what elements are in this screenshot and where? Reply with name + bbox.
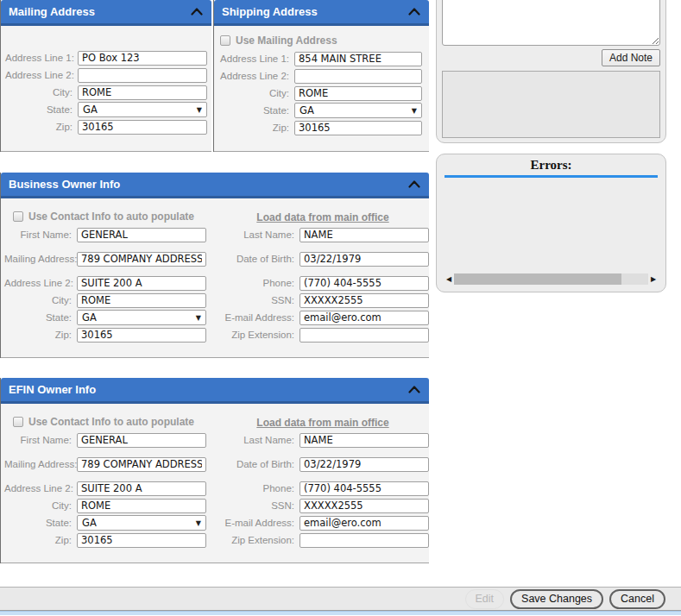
load-data-link[interactable]: Load data from main office xyxy=(256,211,388,223)
field-row: Phone: xyxy=(217,274,429,292)
city-input[interactable] xyxy=(77,293,206,308)
field-row: State:GA▼ xyxy=(4,309,217,326)
efin-owner-header[interactable]: EFIN Owner Info xyxy=(1,378,429,404)
zip-extension-input[interactable] xyxy=(300,533,429,548)
field-row: SSN: xyxy=(217,497,429,514)
selected-value: GA xyxy=(82,517,97,529)
e-mail-address-label: E-mail Address: xyxy=(217,312,300,323)
cancel-button[interactable]: Cancel xyxy=(609,589,665,609)
field-row: First Name: xyxy=(4,431,217,449)
city-label: City: xyxy=(4,500,77,511)
zip-extension-label: Zip Extension: xyxy=(217,535,300,545)
state-select[interactable]: GA▼ xyxy=(77,310,206,325)
field-row: Address Line 1: xyxy=(5,49,211,66)
shipping-address-section: Shipping Address Use Mailing Address Add… xyxy=(213,0,429,152)
scrollbar-thumb[interactable] xyxy=(454,273,621,285)
address-line-1-label: Address Line 1: xyxy=(217,53,294,64)
phone-input[interactable] xyxy=(300,481,429,496)
errors-title: Errors: xyxy=(437,154,665,173)
shipping-address-fields: Address Line 1:Address Line 2:City:State… xyxy=(217,50,429,136)
business-owner-right-column: Last Name:Date of Birth:Phone:SSN:E-mail… xyxy=(217,226,429,343)
phone-input[interactable] xyxy=(300,276,429,291)
field-row: Address Line 2: xyxy=(5,66,211,84)
efin-owner-section: EFIN Owner Info Use Contact Info to auto… xyxy=(0,378,429,563)
address-line-2-input[interactable] xyxy=(77,276,206,291)
errors-panel: Errors: ◀ ▶ xyxy=(436,154,666,292)
use-contact-info-checkbox[interactable] xyxy=(13,211,23,222)
collapse-chevron-icon[interactable] xyxy=(191,8,203,16)
date-of-birth-label: Date of Birth: xyxy=(217,254,300,264)
date-of-birth-input[interactable] xyxy=(300,457,429,472)
mailing-address-section: Mailing Address Address Line 1:Address L… xyxy=(0,0,211,152)
errors-divider xyxy=(445,175,658,178)
address-line-2-input[interactable] xyxy=(77,481,206,496)
section-title: EFIN Owner Info xyxy=(9,383,96,396)
add-note-button[interactable]: Add Note xyxy=(602,49,660,66)
address-line-2-input[interactable] xyxy=(294,69,422,84)
address-line-1-input[interactable] xyxy=(78,51,207,66)
last-name-input[interactable] xyxy=(300,433,429,448)
mailing-address-header[interactable]: Mailing Address xyxy=(1,0,211,26)
edit-button[interactable]: Edit xyxy=(465,589,505,609)
section-title: Business Owner Info xyxy=(9,178,120,191)
use-contact-info-checkbox[interactable] xyxy=(13,417,23,427)
zip-label: Zip: xyxy=(4,330,77,340)
note-textarea[interactable] xyxy=(442,0,660,46)
scroll-right-arrow-icon[interactable]: ▶ xyxy=(648,275,659,283)
city-input[interactable] xyxy=(78,85,207,100)
save-changes-button[interactable]: Save Changes xyxy=(510,589,603,609)
selected-value: GA xyxy=(300,104,314,116)
shipping-address-header[interactable]: Shipping Address xyxy=(214,0,429,26)
selected-value: GA xyxy=(82,311,97,324)
e-mail-address-input[interactable] xyxy=(300,516,429,531)
zip-input[interactable] xyxy=(294,121,422,135)
use-mailing-address-checkbox[interactable] xyxy=(220,35,230,46)
zip-extension-input[interactable] xyxy=(300,328,429,343)
collapse-chevron-icon[interactable] xyxy=(408,8,420,16)
errors-horizontal-scrollbar[interactable]: ◀ ▶ xyxy=(444,273,659,286)
date-of-birth-input[interactable] xyxy=(300,252,429,267)
scrollbar-track[interactable] xyxy=(454,273,648,285)
zip-input[interactable] xyxy=(78,120,207,135)
dropdown-arrow-icon: ▼ xyxy=(196,314,201,322)
field-row: Date of Birth: xyxy=(217,250,429,267)
collapse-chevron-icon[interactable] xyxy=(408,386,420,393)
first-name-input[interactable] xyxy=(77,228,206,242)
ssn-input[interactable] xyxy=(300,293,429,308)
ssn-input[interactable] xyxy=(300,499,429,513)
last-name-input[interactable] xyxy=(300,228,429,242)
state-select[interactable]: GA▼ xyxy=(78,102,207,117)
footer-highlight-strip xyxy=(0,611,681,615)
field-row: Zip: xyxy=(5,118,211,135)
phone-label: Phone: xyxy=(217,483,300,493)
field-row: Zip Extension: xyxy=(217,326,429,343)
use-contact-info-label: Use Contact Info to auto populate xyxy=(28,416,194,428)
scroll-left-arrow-icon[interactable]: ◀ xyxy=(444,275,454,283)
zip-input[interactable] xyxy=(77,533,206,548)
load-data-link[interactable]: Load data from main office xyxy=(256,417,388,429)
mailing-address-input[interactable] xyxy=(77,457,206,472)
address-line-2-label: Address Line 2: xyxy=(4,483,77,493)
last-name-label: Last Name: xyxy=(217,435,300,445)
city-input[interactable] xyxy=(294,86,422,101)
address-line-1-input[interactable] xyxy=(294,52,422,66)
state-select[interactable]: GA▼ xyxy=(77,515,206,531)
mailing-address-input[interactable] xyxy=(77,252,206,267)
section-title: Mailing Address xyxy=(9,5,95,18)
first-name-input[interactable] xyxy=(77,433,206,448)
use-mailing-address-row: Use Mailing Address xyxy=(217,33,429,48)
efin-owner-left-column: First Name:Mailing Address:Address Line … xyxy=(4,431,217,549)
phone-label: Phone: xyxy=(217,278,300,288)
zip-input[interactable] xyxy=(77,328,206,343)
state-select[interactable]: GA▼ xyxy=(294,103,422,118)
address-line-2-input[interactable] xyxy=(78,68,207,83)
field-row: Zip Extension: xyxy=(217,531,429,549)
city-label: City: xyxy=(5,87,78,97)
city-input[interactable] xyxy=(77,499,206,513)
collapse-chevron-icon[interactable] xyxy=(408,180,420,188)
e-mail-address-input[interactable] xyxy=(300,311,429,325)
zip-label: Zip: xyxy=(5,122,78,132)
business-owner-header[interactable]: Business Owner Info xyxy=(1,173,429,198)
section-title: Shipping Address xyxy=(222,5,318,18)
auto-populate-row: Use Contact Info to auto populate Load d… xyxy=(4,414,429,430)
